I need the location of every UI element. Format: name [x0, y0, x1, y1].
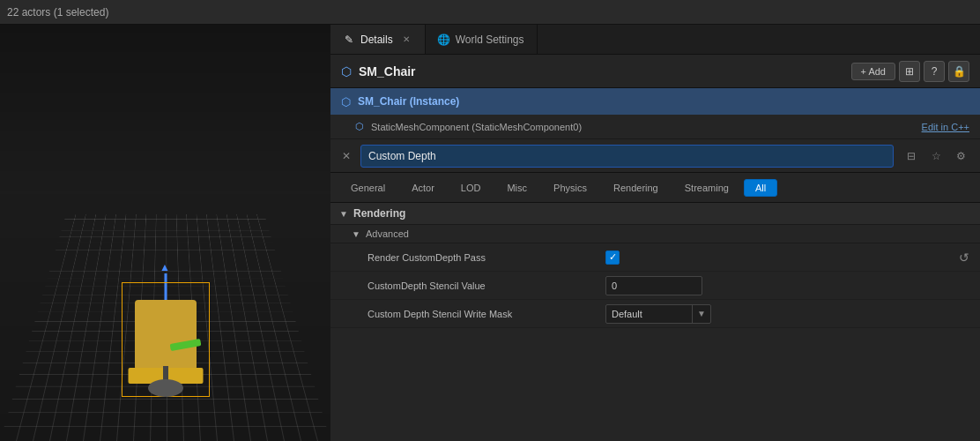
chair-base — [148, 379, 183, 397]
property-row-write-mask: Custom Depth Stencil Write Mask Default … — [330, 300, 980, 328]
instance-name: SM_Chair (Instance) — [358, 95, 459, 108]
add-button[interactable]: + Add — [851, 63, 895, 80]
tab-details[interactable]: ✎ Details ✕ — [330, 25, 426, 54]
actors-count: 22 actors (1 selected) — [7, 6, 108, 19]
lock-icon-btn[interactable]: 🔒 — [948, 61, 969, 82]
mesh-name: StaticMeshComponent (StaticMeshComponent… — [371, 122, 915, 132]
advanced-subsection-header[interactable]: ▼ Advanced — [330, 225, 980, 243]
mesh-icon: ⬡ — [355, 121, 364, 132]
write-mask-dropdown[interactable]: Default ▼ — [605, 304, 711, 324]
static-mesh-row[interactable]: ⬡ StaticMeshComponent (StaticMeshCompone… — [330, 115, 980, 139]
write-mask-value: Default — [606, 309, 692, 319]
rendering-section-arrow: ▼ — [339, 209, 348, 219]
tab-world-settings[interactable]: 🌐 World Settings — [426, 25, 538, 54]
instance-icon: ⬡ — [341, 95, 351, 108]
filter-tabs: General Actor LOD Misc Physics Rendering… — [330, 173, 980, 203]
details-panel: ✎ Details ✕ 🌐 World Settings ⬡ SM_Chair … — [330, 25, 980, 441]
rendering-section-title: Rendering — [353, 207, 405, 220]
grid-icon-btn[interactable]: ⊞ — [899, 61, 920, 82]
filter-tab-streaming[interactable]: Streaming — [673, 179, 740, 197]
filter-tab-rendering[interactable]: Rendering — [602, 179, 670, 197]
details-tab-icon: ✎ — [343, 34, 355, 46]
gear-icon[interactable]: ⚙ — [950, 146, 971, 167]
main-layout: ✎ Details ✕ 🌐 World Settings ⬡ SM_Chair … — [0, 25, 980, 441]
header-actions: + Add ⊞ ? 🔒 — [851, 61, 969, 82]
rendering-section-header[interactable]: ▼ Rendering — [330, 203, 980, 225]
tab-details-close[interactable]: ✕ — [400, 34, 412, 46]
render-custom-depth-reset[interactable]: ↺ — [959, 250, 969, 265]
filter-tab-actor[interactable]: Actor — [400, 179, 446, 197]
advanced-subsection-arrow: ▼ — [352, 229, 360, 239]
search-action-icons: ⊟ ☆ ⚙ — [901, 146, 971, 167]
stencil-value-label: CustomDepth Stencil Value — [341, 280, 605, 291]
chair-body — [135, 300, 197, 370]
stencil-value-input-wrapper — [605, 276, 969, 295]
edit-cpp-link[interactable]: Edit in C++ — [922, 122, 969, 132]
tab-details-label: Details — [360, 34, 393, 46]
chair-figure — [113, 256, 219, 397]
help-icon-btn[interactable]: ? — [924, 61, 945, 82]
filter-tab-all[interactable]: All — [744, 179, 777, 197]
property-row-render-custom-depth: Render CustomDepth Pass ↺ — [330, 243, 980, 272]
dropdown-arrow-icon[interactable]: ▼ — [692, 305, 710, 323]
viewport — [0, 25, 330, 441]
property-row-stencil-value: CustomDepth Stencil Value — [330, 272, 980, 300]
component-title: SM_Chair — [359, 64, 844, 78]
component-header: ⬡ SM_Chair + Add ⊞ ? 🔒 — [330, 55, 980, 88]
tab-bar: ✎ Details ✕ 🌐 World Settings — [330, 25, 980, 55]
render-custom-depth-label: Render CustomDepth Pass — [341, 252, 605, 263]
top-bar: 22 actors (1 selected) — [0, 0, 980, 25]
scroll-area[interactable]: ▼ Rendering ▼ Advanced Render CustomDept… — [330, 203, 980, 441]
table-view-icon[interactable]: ⊟ — [901, 146, 922, 167]
search-bar: ✕ ⊟ ☆ ⚙ — [330, 139, 980, 173]
filter-tab-lod[interactable]: LOD — [449, 179, 493, 197]
filter-tab-misc[interactable]: Misc — [495, 179, 538, 197]
render-custom-depth-value — [605, 250, 959, 265]
tab-world-settings-label: World Settings — [456, 34, 524, 46]
search-input[interactable] — [368, 150, 886, 162]
stencil-value-input[interactable] — [605, 276, 702, 295]
render-custom-depth-checkbox[interactable] — [605, 250, 620, 265]
world-settings-icon: 🌐 — [438, 34, 450, 46]
filter-tab-general[interactable]: General — [339, 179, 397, 197]
write-mask-label: Custom Depth Stencil Write Mask — [341, 309, 605, 319]
star-icon[interactable]: ☆ — [925, 146, 947, 167]
sm-chair-icon: ⬡ — [341, 64, 352, 78]
search-clear-btn[interactable]: ✕ — [339, 150, 353, 162]
search-input-wrapper — [360, 145, 894, 168]
filter-tab-physics[interactable]: Physics — [542, 179, 598, 197]
write-mask-dropdown-wrapper: Default ▼ — [605, 304, 969, 324]
advanced-subsection-title: Advanced — [366, 228, 409, 239]
instance-row[interactable]: ⬡ SM_Chair (Instance) — [330, 88, 980, 115]
